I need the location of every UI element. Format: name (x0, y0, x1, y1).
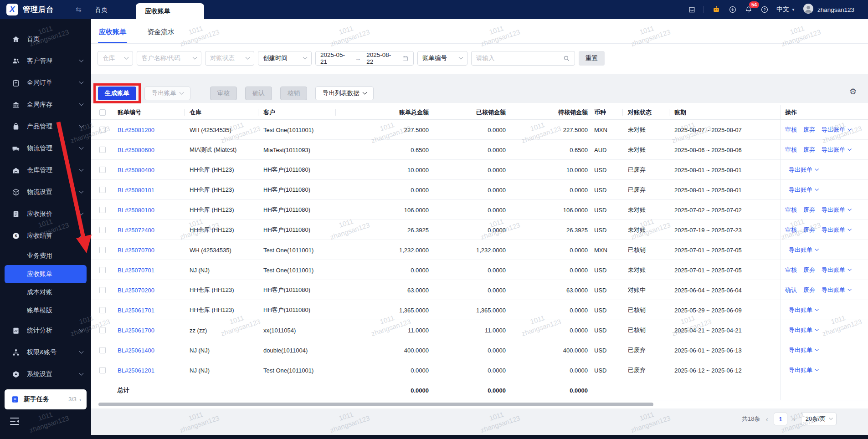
recon-status-select[interactable]: 对账状态 (205, 51, 254, 66)
sidebar-subitem-业务费用[interactable]: 业务费用 (0, 247, 91, 265)
export-bill-action[interactable]: 导出账单 (789, 326, 818, 334)
action-link[interactable]: 审核 (785, 146, 797, 154)
help-icon[interactable]: ? (760, 5, 769, 14)
row-checkbox[interactable] (99, 147, 106, 153)
action-link[interactable]: 废弃 (803, 206, 815, 214)
tab-receivable-bills[interactable]: 应收账单 (98, 28, 127, 43)
download-center-icon[interactable] (729, 5, 737, 14)
export-bill-button[interactable]: 导出账单 (144, 87, 190, 100)
date-range-picker[interactable]: 2025-05-21 → 2025-08-22 (315, 51, 414, 66)
writeoff-button[interactable]: 核销 (280, 87, 307, 100)
prev-page-icon[interactable]: ‹ (765, 415, 769, 423)
sidebar-toggle-icon[interactable]: ⇆ (76, 0, 82, 19)
user-menu[interactable]: zhangsan123 (803, 3, 854, 16)
bill-link[interactable]: BL#25080100 (118, 207, 154, 214)
action-link[interactable]: 废弃 (803, 266, 815, 274)
bill-link[interactable]: BL#25080101 (118, 187, 154, 194)
column-settings-gear-icon[interactable]: ⚙ (849, 87, 857, 96)
sidebar-item-客户管理[interactable]: 客户管理 (0, 50, 91, 72)
tab-capital-flow[interactable]: 资金流水 (146, 28, 175, 43)
action-link[interactable]: 废弃 (803, 146, 815, 154)
sidebar-item-全局库存[interactable]: 全局库存 (0, 94, 91, 116)
next-page-icon[interactable]: › (792, 415, 796, 423)
page-size-select[interactable]: 20条/页 (801, 413, 837, 425)
generate-bill-button[interactable]: 生成账单 (98, 87, 136, 100)
bill-link[interactable]: BL#25080400 (118, 167, 154, 174)
export-bill-action[interactable]: 导出账单 (789, 166, 818, 174)
row-checkbox[interactable] (99, 247, 106, 253)
row-checkbox[interactable] (99, 167, 106, 173)
bill-link[interactable]: BL#25061400 (118, 347, 154, 354)
confirm-button[interactable]: 确认 (245, 87, 272, 100)
reset-button[interactable]: 重置 (579, 51, 605, 66)
time-type-select[interactable]: 创建时间 (258, 51, 312, 66)
row-checkbox[interactable] (99, 187, 106, 193)
sidebar-item-统计分析[interactable]: 统计分析 (0, 320, 91, 342)
export-list-button[interactable]: 导出列表数据 (315, 87, 374, 100)
row-checkbox[interactable] (99, 367, 106, 373)
inbox-icon[interactable] (688, 6, 696, 14)
action-link[interactable]: 废弃 (803, 126, 815, 134)
row-checkbox[interactable] (99, 127, 106, 133)
export-bill-action[interactable]: 导出账单 (822, 126, 851, 134)
row-checkbox[interactable] (99, 227, 106, 233)
export-bill-action[interactable]: 导出账单 (822, 146, 851, 154)
action-link[interactable]: 审核 (785, 126, 797, 134)
page-number-button[interactable]: 1 (774, 413, 787, 425)
export-bill-action[interactable]: 导出账单 (789, 366, 818, 374)
sidebar-item-权限&账号[interactable]: 权限&账号 (0, 342, 91, 363)
export-bill-action[interactable]: 导出账单 (822, 266, 851, 274)
row-checkbox[interactable] (99, 287, 106, 293)
action-link[interactable]: 审核 (785, 206, 797, 214)
export-bill-action[interactable]: 导出账单 (822, 286, 851, 294)
customer-select[interactable]: 客户名称/代码 (137, 51, 201, 66)
export-bill-action[interactable]: 导出账单 (789, 246, 818, 254)
sidebar-item-应收报价[interactable]: 应收报价 (0, 203, 91, 225)
bill-link[interactable]: BL#25070701 (118, 267, 154, 274)
notification-bell-icon[interactable]: 54 (745, 5, 753, 14)
export-bill-action[interactable]: 导出账单 (822, 226, 851, 234)
language-selector[interactable]: 中文 ▼ (776, 5, 795, 14)
newbie-task-card[interactable]: 新手任务 3/3 › (5, 389, 87, 409)
action-link[interactable]: 审核 (785, 226, 797, 234)
warehouse-select[interactable]: 仓库 (98, 51, 133, 66)
window-tab-receivable-bills[interactable]: 应收账单 (136, 3, 204, 19)
bill-link[interactable]: BL#25081200 (118, 127, 154, 133)
row-checkbox[interactable] (99, 327, 106, 333)
search-input[interactable]: 请输入 (471, 51, 575, 66)
search-type-select[interactable]: 账单编号 (417, 51, 467, 66)
select-all-checkbox[interactable] (99, 109, 106, 116)
robot-assistant-icon[interactable] (712, 5, 721, 14)
bill-link[interactable]: BL#25080600 (118, 147, 154, 153)
sidebar-item-产品管理[interactable]: 产品管理 (0, 116, 91, 138)
sidebar-item-仓库管理[interactable]: 仓库管理 (0, 159, 91, 181)
action-link[interactable]: 审核 (785, 266, 797, 274)
topbar-home-link[interactable]: 首页 (95, 0, 108, 19)
sidebar-subitem-应收账单[interactable]: 应收账单 (5, 265, 87, 283)
sidebar-collapse-icon[interactable] (9, 417, 20, 426)
export-bill-action[interactable]: 导出账单 (789, 346, 818, 354)
audit-button[interactable]: 审核 (210, 87, 237, 100)
row-checkbox[interactable] (99, 267, 106, 273)
row-checkbox[interactable] (99, 347, 106, 353)
sidebar-item-应收结算[interactable]: $应收结算 (0, 225, 91, 247)
sidebar-item-物流管理[interactable]: 物流管理 (0, 138, 91, 159)
export-bill-action[interactable]: 导出账单 (789, 306, 818, 314)
sidebar-subitem-成本对账[interactable]: 成本对账 (0, 283, 91, 301)
horizontal-scrollbar[interactable] (98, 403, 653, 406)
bill-link[interactable]: BL#25061701 (118, 307, 154, 314)
bill-link[interactable]: BL#25061700 (118, 327, 154, 334)
bill-link[interactable]: BL#25072400 (118, 227, 154, 234)
export-bill-action[interactable]: 导出账单 (822, 206, 851, 214)
bill-link[interactable]: BL#25070200 (118, 287, 154, 294)
row-checkbox[interactable] (99, 207, 106, 213)
sidebar-item-首页[interactable]: 首页 (0, 28, 91, 50)
sidebar-subitem-账单模版[interactable]: 账单模版 (0, 301, 91, 320)
action-link[interactable]: 废弃 (803, 286, 815, 294)
row-checkbox[interactable] (99, 307, 106, 313)
sidebar-item-系统设置[interactable]: 系统设置 (0, 363, 91, 385)
sidebar-item-物流设置[interactable]: 物流设置 (0, 181, 91, 203)
export-bill-action[interactable]: 导出账单 (789, 186, 818, 194)
action-link[interactable]: 确认 (785, 286, 797, 294)
bill-link[interactable]: BL#25061201 (118, 367, 154, 374)
